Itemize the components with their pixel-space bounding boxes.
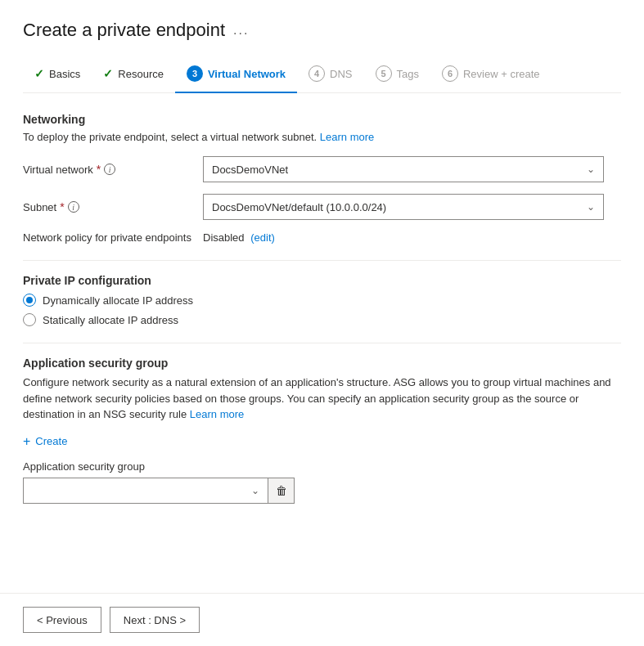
subnet-control: DocsDemoVNet/default (10.0.0.0/24) ⌄ — [203, 194, 621, 220]
wizard-step-review-create[interactable]: 6 Review + create — [430, 57, 552, 93]
asg-section: Application security group Configure net… — [23, 357, 621, 504]
step-tags-label: Tags — [397, 68, 419, 80]
step-review-create-label: Review + create — [463, 68, 540, 80]
network-policy-value: Disabled (edit) — [203, 231, 275, 244]
virtual-network-control: DocsDemoVNet ⌄ — [203, 156, 621, 182]
divider-2 — [23, 343, 621, 343]
radio-dot-dynamic — [26, 297, 33, 303]
step-circle-4: 4 — [308, 65, 325, 82]
subnet-dropdown-arrow: ⌄ — [587, 201, 595, 213]
create-plus-icon: + — [23, 434, 30, 449]
step-dns-label: DNS — [330, 68, 352, 80]
page-title-text: Create a private endpoint — [23, 20, 225, 41]
step-circle-3: 3 — [187, 65, 203, 82]
network-policy-label: Network policy for private endpoints — [23, 231, 203, 244]
radio-group-ip: Dynamically allocate IP address Statical… — [23, 294, 621, 326]
footer: < Previous Next : DNS > — [0, 593, 644, 646]
asg-dropdown[interactable]: ⌄ — [23, 478, 268, 504]
check-icon: ✓ — [34, 67, 44, 80]
divider-1 — [23, 260, 621, 261]
radio-label-dynamic: Dynamically allocate IP address — [43, 294, 193, 307]
networking-description: To deploy the private endpoint, select a… — [23, 131, 621, 143]
required-star-vnet: * — [97, 163, 101, 176]
wizard-step-tags[interactable]: 5 Tags — [364, 57, 430, 93]
networking-desc-text: To deploy the private endpoint, select a… — [23, 131, 317, 143]
trash-icon: 🗑 — [276, 484, 287, 497]
page-title: Create a private endpoint ... — [23, 20, 621, 41]
virtual-network-value: DocsDemoVNet — [212, 164, 288, 176]
network-policy-edit-link[interactable]: (edit) — [250, 231, 275, 244]
asg-description: Configure network security as a natural … — [23, 375, 621, 423]
vnet-info-icon[interactable]: i — [104, 164, 115, 175]
radio-circle-dynamic — [23, 294, 36, 307]
step-resource-label: Resource — [118, 68, 164, 80]
virtual-network-dropdown[interactable]: DocsDemoVNet ⌄ — [203, 156, 604, 182]
radio-item-static[interactable]: Statically allocate IP address — [23, 313, 621, 326]
asg-dropdown-arrow: ⌄ — [251, 485, 259, 496]
vnet-dropdown-arrow: ⌄ — [587, 164, 595, 175]
wizard-step-resource[interactable]: ✓ Resource — [92, 59, 175, 92]
asg-learn-more-link[interactable]: Learn more — [190, 408, 244, 420]
virtual-network-row: Virtual network * i DocsDemoVNet ⌄ — [23, 156, 621, 182]
wizard-step-basics[interactable]: ✓ Basics — [23, 59, 92, 92]
wizard-step-virtual-network[interactable]: 3 Virtual Network — [175, 57, 297, 93]
networking-learn-more-link[interactable]: Learn more — [320, 131, 374, 143]
virtual-network-label: Virtual network * i — [23, 163, 203, 176]
private-ip-section: Private IP configuration Dynamically all… — [23, 274, 621, 326]
subnet-value: DocsDemoVNet/default (10.0.0.0/24) — [212, 201, 386, 213]
wizard-step-dns[interactable]: 4 DNS — [297, 57, 363, 93]
previous-button[interactable]: < Previous — [23, 607, 101, 633]
wizard-nav: ✓ Basics ✓ Resource 3 Virtual Network 4 … — [23, 57, 621, 93]
networking-section-title: Networking — [23, 113, 621, 126]
subnet-info-icon[interactable]: i — [68, 201, 79, 213]
network-policy-disabled-text: Disabled — [203, 231, 245, 244]
subnet-label: Subnet * i — [23, 200, 203, 213]
radio-circle-static — [23, 313, 36, 326]
next-dns-button[interactable]: Next : DNS > — [110, 607, 200, 633]
check-icon-2: ✓ — [103, 67, 113, 80]
required-star-subnet: * — [60, 200, 64, 213]
page-title-ellipsis: ... — [233, 23, 249, 38]
step-basics-label: Basics — [49, 68, 80, 80]
step-circle-5: 5 — [376, 65, 392, 82]
private-ip-title: Private IP configuration — [23, 274, 621, 287]
asg-title: Application security group — [23, 357, 621, 370]
asg-delete-button[interactable]: 🗑 — [268, 478, 295, 504]
asg-create-label: Create — [35, 435, 67, 447]
networking-section: Networking To deploy the private endpoin… — [23, 113, 621, 244]
step-virtual-network-label: Virtual Network — [208, 68, 286, 80]
asg-create-button[interactable]: + Create — [23, 434, 67, 449]
radio-label-static: Statically allocate IP address — [43, 314, 178, 326]
radio-item-dynamic[interactable]: Dynamically allocate IP address — [23, 294, 621, 307]
asg-desc-text: Configure network security as a natural … — [23, 376, 611, 420]
network-policy-row: Network policy for private endpoints Dis… — [23, 231, 621, 244]
subnet-dropdown[interactable]: DocsDemoVNet/default (10.0.0.0/24) ⌄ — [203, 194, 604, 220]
asg-dropdown-row: ⌄ 🗑 — [23, 478, 621, 504]
asg-column-label: Application security group — [23, 460, 621, 473]
step-circle-6: 6 — [442, 65, 458, 82]
subnet-row: Subnet * i DocsDemoVNet/default (10.0.0.… — [23, 194, 621, 220]
